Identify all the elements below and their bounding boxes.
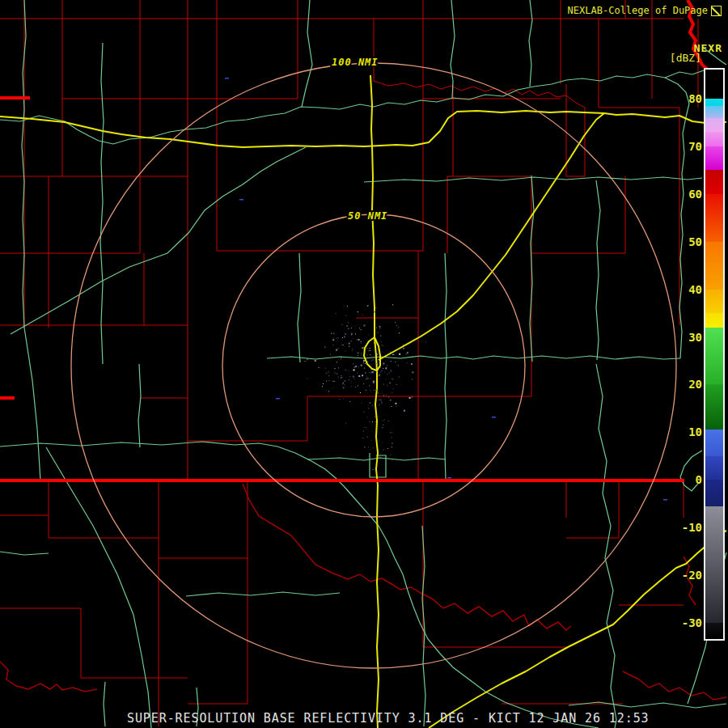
colorbar-segment [705,456,723,480]
county-boundary-lines [0,0,698,726]
colorbar-tick-label: 50 [688,235,702,248]
colorbar-segment [705,99,723,106]
colorbar-tick-label: 80 [688,92,702,105]
colorbar-segment [705,313,723,328]
colorbar-segment [705,480,723,506]
colorbar-segment [705,328,723,385]
faint-echo-dash [239,199,243,201]
faint-echo-dash [447,477,451,479]
product-units-label: [dBZ] [670,52,701,64]
range-ring-label-100nmi: 100 NMI [332,57,379,68]
colorbar-segment [705,623,723,638]
colorbar-segment [705,194,723,242]
colorbar-segment [705,384,723,430]
colorbar-tick-label: -20 [682,569,702,582]
colorbar-segment [705,170,723,193]
colorbar-tick-label: 40 [688,283,702,296]
colorbar-segment [705,290,723,313]
colorbar-segment [705,70,723,99]
header: NEXLAB-College of DuPage [568,5,722,16]
radar-map-canvas: 100 NMI 50 NMI [0,0,728,728]
road-lines-green [0,0,726,728]
colorbar-segment [705,506,723,623]
colorbar-tick-label: 60 [688,188,702,201]
colorbar-tick-label: -10 [682,521,702,534]
colorbar-tick-label: 0 [696,473,702,486]
colorbar-tick-label: 20 [688,378,702,391]
colorbar-segment [705,242,723,290]
colorbar-segment [705,118,723,133]
faint-echo-dash [225,78,229,79]
range-rings: 100 NMI 50 NMI [71,57,676,668]
colorbar-segment [705,106,723,118]
colorbar-tick-label: 70 [688,140,702,153]
product-title: SUPER-RESOLUTION BASE REFLECTIVITY 3.1 D… [127,711,650,726]
colorbar-segment [705,430,723,455]
radar-display: 100 NMI 50 NMI NEXLAB-College of DuPage … [0,0,728,728]
cod-flag-icon [711,6,722,16]
colorbar-tick-label: -30 [682,616,702,629]
colorbar-segment [705,132,723,146]
range-ring-label-50nmi: 50 NMI [348,210,387,222]
range-ring-100nmi [71,63,676,668]
highway-lines-yellow [0,75,726,728]
colorbar-tick-label: 30 [688,331,702,344]
nexlab-title: NEXLAB-College of DuPage [568,5,708,16]
reflectivity-colorbar [704,68,725,641]
colorbar-tick-label: 10 [688,425,702,438]
faint-echo-dash [663,499,667,501]
faint-echo-dash [492,417,496,418]
colorbar-segment [705,146,723,170]
faint-echo-dash [276,398,280,400]
